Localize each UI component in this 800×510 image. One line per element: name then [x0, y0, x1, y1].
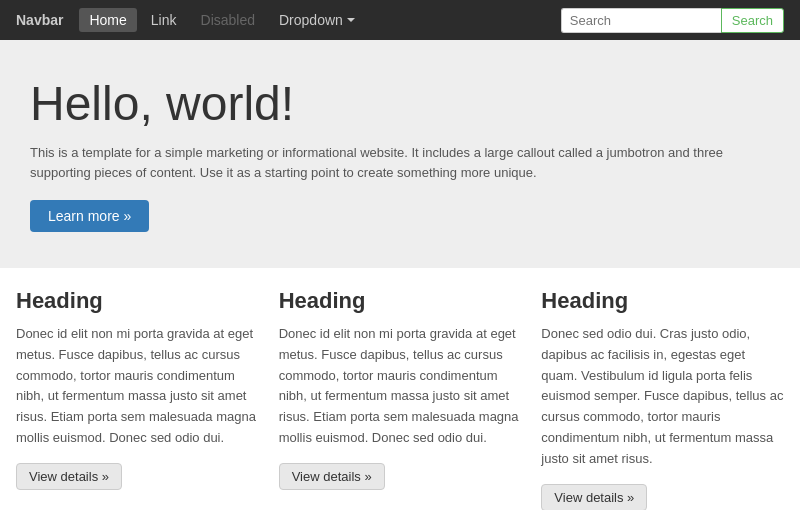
navbar-brand: Navbar — [16, 12, 63, 28]
col3-body: Donec sed odio dui. Cras justo odio, dap… — [541, 324, 784, 470]
col3-view-details-button[interactable]: View details » — [541, 484, 647, 510]
col1-view-details-button[interactable]: View details » — [16, 463, 122, 490]
learn-more-button[interactable]: Learn more » — [30, 200, 149, 232]
col2-view-details-button[interactable]: View details » — [279, 463, 385, 490]
navbar: Navbar Home Link Disabled Dropdown Searc… — [0, 0, 800, 40]
jumbotron-description: This is a template for a simple marketin… — [30, 143, 760, 182]
col1-body: Donec id elit non mi porta gravida at eg… — [16, 324, 259, 449]
nav-search: Search — [561, 8, 784, 33]
nav-link-link[interactable]: Link — [141, 8, 187, 32]
nav-links: Home Link Disabled Dropdown — [79, 8, 560, 32]
dropdown-caret-icon — [347, 18, 355, 22]
col2-body: Donec id elit non mi porta gravida at eg… — [279, 324, 522, 449]
content-col-2: Heading Donec id elit non mi porta gravi… — [279, 288, 522, 510]
nav-dropdown[interactable]: Dropdown — [269, 8, 365, 32]
col2-heading: Heading — [279, 288, 522, 314]
nav-link-home[interactable]: Home — [79, 8, 136, 32]
search-input[interactable] — [561, 8, 721, 33]
content-col-3: Heading Donec sed odio dui. Cras justo o… — [541, 288, 784, 510]
main-content: Heading Donec id elit non mi porta gravi… — [0, 268, 800, 510]
nav-link-disabled: Disabled — [191, 8, 265, 32]
col1-heading: Heading — [16, 288, 259, 314]
search-button[interactable]: Search — [721, 8, 784, 33]
col3-heading: Heading — [541, 288, 784, 314]
jumbotron-heading: Hello, world! — [30, 76, 770, 131]
content-col-1: Heading Donec id elit non mi porta gravi… — [16, 288, 259, 510]
jumbotron: Hello, world! This is a template for a s… — [0, 40, 800, 268]
